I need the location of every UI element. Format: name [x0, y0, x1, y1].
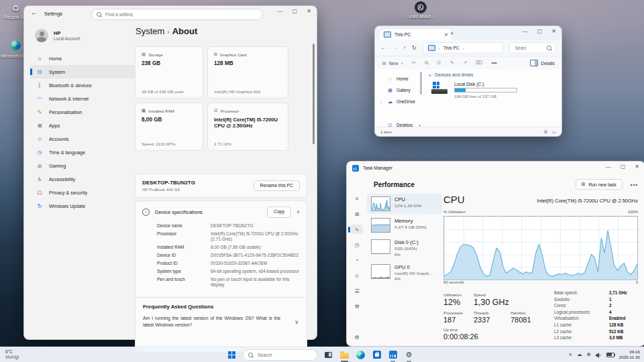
- faq-panel[interactable]: Frequently Asked Questions Am I running …: [135, 297, 307, 352]
- maximize-icon[interactable]: ▢: [621, 164, 626, 170]
- perf-item-cpu[interactable]: CPU12% 1,30 GHz: [367, 194, 442, 214]
- maximize-icon[interactable]: ▢: [292, 9, 298, 14]
- nav-item-home[interactable]: ⌂Home: [380, 73, 422, 84]
- explorer-search-input[interactable]: [514, 45, 544, 51]
- nav-scrollbar[interactable]: [420, 72, 422, 95]
- start-button[interactable]: [227, 350, 237, 360]
- copy-icon[interactable]: ⧉: [425, 60, 428, 66]
- details-icon[interactable]: ☰: [351, 286, 363, 296]
- large-icons-view-icon[interactable]: ▭: [551, 129, 556, 135]
- address-breadcrumb[interactable]: › This PC ›: [423, 42, 503, 54]
- expander-icon[interactable]: ›: [380, 100, 384, 104]
- taskmanager-titlebar[interactable]: Task Manager — ▢ ✕: [347, 162, 644, 175]
- taskbar-settings[interactable]: ⚙: [404, 350, 414, 360]
- perf-item-gpu0[interactable]: GPU 0Intel(R) HD Graphi...4%: [367, 261, 442, 285]
- startup-apps-icon[interactable]: ◔: [351, 255, 363, 265]
- new-button[interactable]: ⊕New∨: [382, 60, 403, 66]
- battery-icon[interactable]: [606, 353, 614, 357]
- sidebar-item-personalisation[interactable]: ✎Personalisation: [30, 105, 137, 119]
- desktop-icon-learn-about[interactable]: Learn about...: [406, 1, 435, 19]
- maximize-icon[interactable]: ▢: [537, 29, 543, 34]
- new-tab-icon[interactable]: +: [450, 31, 453, 37]
- explorer-tabstrip[interactable]: This PC ✕ + — ▢ ✕: [375, 26, 561, 40]
- taskbar-search-input[interactable]: [256, 352, 312, 358]
- services-icon[interactable]: ⚒: [351, 302, 363, 311]
- taskbar-store[interactable]: [372, 350, 382, 360]
- hidden-icons-chevron[interactable]: ∧: [569, 352, 573, 357]
- breadcrumb-parent[interactable]: System: [136, 26, 164, 36]
- settings-scrollbar[interactable]: [313, 44, 315, 144]
- task-view-button[interactable]: [323, 350, 333, 360]
- weather-widget[interactable]: 6°C Molnigt: [5, 349, 19, 359]
- sidebar-item-privacy[interactable]: ☖Privacy & security: [30, 186, 137, 199]
- back-icon[interactable]: ←: [380, 45, 386, 51]
- sidebar-item-gaming[interactable]: ◎Gaming: [30, 159, 137, 172]
- share-icon[interactable]: ↗: [463, 60, 467, 66]
- sidebar-item-home[interactable]: ⌂Home: [30, 52, 137, 65]
- taskbar-search[interactable]: [243, 349, 317, 361]
- refresh-icon[interactable]: ↻: [412, 45, 417, 51]
- minimize-icon[interactable]: —: [523, 29, 528, 34]
- close-icon[interactable]: ✕: [635, 164, 639, 170]
- up-icon[interactable]: ↑: [403, 45, 406, 51]
- explorer-tab-this-pc[interactable]: This PC ✕: [380, 29, 452, 40]
- taskbar-edge[interactable]: [356, 350, 366, 360]
- cloud-icon[interactable]: ☁: [577, 352, 582, 357]
- paste-icon[interactable]: ⎘: [437, 60, 441, 66]
- cut-icon[interactable]: ✂: [412, 60, 416, 66]
- settings-search[interactable]: [91, 9, 263, 20]
- account-row[interactable]: HP Local Account: [35, 29, 137, 42]
- sidebar-item-apps[interactable]: ⊞Apps: [30, 119, 137, 132]
- sidebar-item-time-language[interactable]: ◷Time & language: [30, 145, 137, 159]
- perf-item-memory[interactable]: Memory4,2/7,9 GB (53%): [367, 215, 442, 235]
- sidebar-item-bluetooth[interactable]: ᛒBluetooth & devices: [30, 78, 137, 92]
- collapse-icon[interactable]: ∧: [297, 209, 300, 215]
- users-icon[interactable]: ☺: [351, 271, 363, 280]
- copy-button[interactable]: Copy: [267, 206, 291, 218]
- more-icon[interactable]: •••: [492, 60, 497, 66]
- back-icon[interactable]: ←: [31, 9, 37, 16]
- rename-pc-button[interactable]: Rename this PC: [254, 180, 301, 192]
- run-new-task-button[interactable]: ⊞Run new task: [576, 179, 623, 190]
- network-icon[interactable]: ⊕: [587, 352, 591, 357]
- sidebar-item-windows-update[interactable]: ↻Windows Update: [30, 199, 137, 213]
- more-menu-icon[interactable]: •••: [631, 182, 638, 188]
- expand-icon[interactable]: ∨: [294, 319, 299, 325]
- sidebar-item-accounts[interactable]: ☺Accounts: [30, 132, 137, 145]
- list-view-icon[interactable]: ≣: [544, 129, 548, 135]
- processor-card[interactable]: ⊡Processor Intel(R) Core(TM) i5-7200U CP…: [207, 103, 288, 151]
- graphics-card[interactable]: ⧉Graphics Card 128 MB Intel(R) HD Graphi…: [207, 46, 288, 99]
- rename-icon[interactable]: ✎: [450, 60, 454, 66]
- performance-icon[interactable]: ∿: [351, 225, 363, 234]
- settings-search-input[interactable]: [104, 11, 258, 17]
- nav-item-gallery[interactable]: ▦Gallery: [380, 84, 422, 96]
- perf-item-disk0[interactable]: Disk 0 (C:)SSD (SATA)0%: [367, 237, 442, 260]
- taskbar-clock[interactable]: 09:16 2025-11-30: [619, 349, 640, 360]
- forward-icon[interactable]: →: [392, 45, 397, 51]
- minimize-icon[interactable]: —: [606, 164, 611, 170]
- sidebar-item-system[interactable]: ⊡System: [30, 65, 137, 78]
- tab-close-icon[interactable]: ✕: [444, 32, 448, 38]
- taskbar-file-explorer[interactable]: [339, 350, 350, 360]
- storage-card[interactable]: ▤Storage 238 GB 39 GB of 238 GB used: [135, 46, 203, 99]
- app-history-icon[interactable]: ◷: [351, 240, 363, 249]
- close-icon[interactable]: ✕: [307, 9, 311, 14]
- delete-icon[interactable]: ⌦: [476, 60, 483, 66]
- settings-titlebar[interactable]: ← Settings — ▢ ✕: [24, 6, 317, 22]
- details-pane-icon: [530, 60, 538, 66]
- ram-card[interactable]: ▦Installed RAM 8,00 GB Speed: 2133 MT/s: [135, 103, 203, 151]
- section-devices-and-drives[interactable]: ∨ Devices and drives: [429, 72, 556, 77]
- drive-item-local-disk-c[interactable]: Local Disk (C:) 198 GB free of 237 GB: [431, 82, 556, 99]
- volume-icon[interactable]: [596, 349, 602, 361]
- sidebar-item-accessibility[interactable]: ♿Accessibility: [30, 172, 137, 186]
- close-icon[interactable]: ✕: [551, 29, 556, 34]
- settings-gear-icon[interactable]: ⚙: [351, 333, 363, 342]
- minimize-icon[interactable]: —: [278, 9, 283, 14]
- details-toggle[interactable]: Details: [530, 60, 555, 66]
- nav-item-onedrive[interactable]: ›☁OneDrive: [380, 96, 422, 107]
- processes-icon[interactable]: ⊞: [351, 209, 363, 219]
- menu-icon[interactable]: ≡: [351, 194, 363, 203]
- explorer-search[interactable]: [509, 42, 556, 54]
- sidebar-item-network[interactable]: ◠Network & internet: [30, 92, 137, 105]
- taskbar-task-manager[interactable]: [388, 350, 398, 360]
